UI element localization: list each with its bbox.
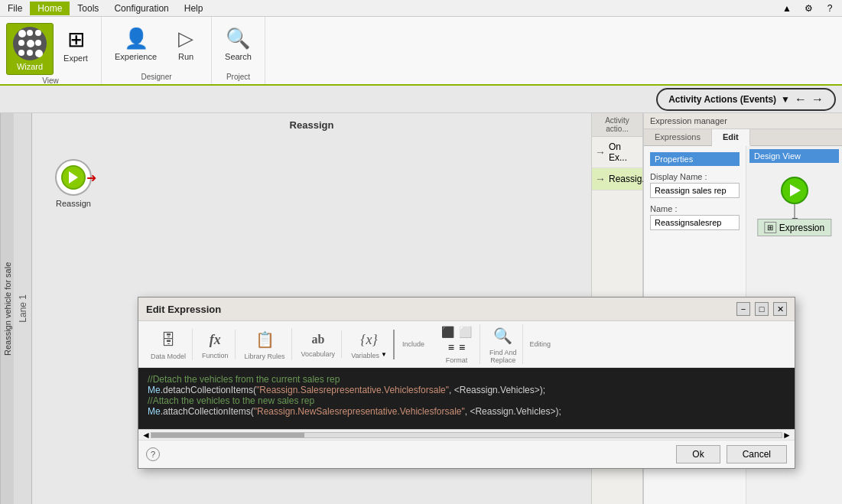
dialog-minimize-btn[interactable]: −	[736, 302, 750, 316]
code-me-2: Me	[148, 406, 161, 417]
editing-label: Editing	[529, 340, 551, 348]
function-btn[interactable]: fx	[206, 330, 225, 350]
format-row1: ⬛ ⬜	[440, 324, 473, 340]
code-line-4: Me.attachCollectionItems("Reassign.NewSa…	[148, 406, 785, 417]
footer-buttons: Ok Cancel	[676, 445, 787, 463]
format-section: ⬛ ⬜ ≡ ≡ Format	[434, 324, 480, 364]
dialog-titlebar: Edit Expression − □ ✕	[138, 298, 795, 321]
function-label: Function	[202, 352, 229, 359]
wizard-icon	[13, 27, 47, 60]
experience-btn[interactable]: 👤 Experience	[108, 23, 164, 65]
comment-1: //Detach the vehicles from the current s…	[148, 374, 340, 385]
code-editor[interactable]: //Detach the vehicles from the current s…	[138, 368, 795, 429]
scroll-right-btn[interactable]: ►	[782, 430, 792, 441]
find-replace-label: Find And Replace	[489, 349, 517, 364]
designer-buttons: 👤 Experience ▷ Run	[108, 20, 205, 71]
expert-icon: ⊞	[67, 27, 85, 52]
format-outdent-btn[interactable]: ⬜	[457, 324, 473, 340]
search-label: Search	[225, 52, 252, 61]
activity-actions-bar: Activity Actions (Events) ▼ ← →	[0, 86, 842, 113]
menu-tools[interactable]: Tools	[70, 2, 106, 15]
search-icon: 🔍	[226, 27, 250, 50]
code-dot-1: .detachCollectionItems(	[161, 385, 256, 395]
scrollbar-thumb[interactable]	[151, 433, 304, 437]
vocabulary-icon: ab	[311, 333, 324, 346]
activity-actions-label: Activity Actions (Events)	[668, 94, 776, 105]
code-line-2: Me.detachCollectionItems("Reassign.Sales…	[148, 385, 785, 395]
code-me-1: Me	[148, 385, 161, 395]
ribbon-group-designer: 👤 Experience ▷ Run Designer	[102, 17, 212, 84]
minimize-btn[interactable]: ▲	[778, 0, 796, 18]
variables-btn[interactable]: {x}	[356, 330, 381, 350]
ribbon-group-project: 🔍 Search Project	[212, 17, 265, 84]
activity-actions-arrow[interactable]: ▼	[781, 94, 790, 105]
find-replace-btn[interactable]: 🔍	[489, 324, 516, 347]
format-right-btn[interactable]: ≡	[457, 340, 467, 355]
dialog-toolbar: 🗄 Data Model fx Function 📋 Library	[138, 321, 795, 368]
find-replace-icon: 🔍	[493, 327, 512, 345]
format-indent-icon: ⬛	[441, 326, 454, 338]
activity-actions-pill[interactable]: Activity Actions (Events) ▼ ← →	[656, 88, 836, 111]
format-indent-btn[interactable]: ⬛	[440, 324, 456, 340]
dialog-title: Edit Expression	[146, 304, 221, 315]
toolbar-section-vocabulary: ab Vocabulary	[295, 330, 343, 358]
format-row2: ≡ ≡	[447, 340, 467, 355]
activity-actions-nav-right[interactable]: →	[811, 93, 824, 106]
code-str-1: "Reassign.Salesrepresentative.Vehiclesfo…	[256, 385, 449, 395]
library-rules-btn[interactable]: 📋	[252, 328, 278, 351]
scroll-left-btn[interactable]: ◄	[141, 430, 151, 441]
expert-label: Expert	[63, 54, 88, 63]
ok-button[interactable]: Ok	[676, 445, 720, 463]
menu-file[interactable]: File	[0, 2, 30, 15]
code-str-2: "Reassign.NewSalesrepresentative.Vehicle…	[254, 406, 465, 417]
menu-configuration[interactable]: Configuration	[106, 2, 176, 15]
cancel-button[interactable]: Cancel	[727, 445, 787, 463]
format-right-icon: ≡	[459, 341, 465, 353]
project-group-label: Project	[226, 71, 250, 81]
scrollbar-track[interactable]	[151, 432, 782, 438]
vocabulary-btn[interactable]: ab	[307, 330, 328, 349]
variables-label: Variables	[351, 352, 379, 359]
activity-actions-nav-left[interactable]: ←	[795, 93, 807, 106]
expert-btn[interactable]: ⊞ Expert	[57, 23, 95, 67]
view-group-label: View	[42, 75, 59, 85]
code-comma-2: , <Reassign.Vehicles>);	[465, 406, 561, 417]
find-replace-section: 🔍 Find And Replace	[483, 324, 524, 364]
experience-icon: 👤	[124, 27, 148, 50]
variables-icon: {x}	[360, 332, 377, 348]
window-controls: ▲ ⚙ ?	[775, 0, 842, 21]
dialog-overlay: Edit Expression − □ ✕ 🗄 Data Model	[0, 113, 842, 504]
ribbon-group-view: Wizard ⊞ Expert View	[0, 17, 102, 84]
dialog-help-btn[interactable]: ?	[146, 447, 160, 461]
experience-label: Experience	[115, 52, 157, 61]
search-btn[interactable]: 🔍 Search	[218, 23, 258, 65]
menu-home[interactable]: Home	[30, 2, 70, 15]
dialog-close-btn[interactable]: ✕	[773, 302, 787, 316]
dialog-controls: − □ ✕	[736, 302, 787, 316]
edit-expression-dialog: Edit Expression − □ ✕ 🗄 Data Model	[138, 297, 795, 469]
wizard-label: Wizard	[17, 62, 43, 71]
toolbar-section-datamodel: 🗄 Data Model	[145, 329, 193, 360]
code-comma-1: , <Reassign.Vehicles>);	[449, 385, 545, 395]
settings-btn[interactable]: ⚙	[799, 0, 818, 18]
format-left-icon: ≡	[448, 341, 454, 353]
code-dot-2: .attachCollectionItems(	[161, 406, 254, 417]
data-model-btn[interactable]: 🗄	[157, 329, 180, 351]
wizard-btn[interactable]: Wizard	[6, 23, 54, 75]
function-icon: fx	[210, 332, 221, 348]
toolbar-section-function: fx Function	[196, 330, 236, 359]
comment-2: //Attach the vehicles to the new sales r…	[148, 395, 314, 406]
format-outdent-icon: ⬜	[459, 326, 472, 338]
help-btn[interactable]: ?	[821, 0, 839, 18]
dialog-scrollbar[interactable]: ◄ ►	[138, 429, 795, 440]
variables-dropdown-icon[interactable]: ▼	[381, 351, 387, 358]
menu-bar: File Home Tools Configuration Help ▲ ⚙ ?	[0, 0, 842, 17]
run-btn[interactable]: ▷ Run	[167, 23, 205, 65]
dialog-maximize-btn[interactable]: □	[755, 302, 769, 316]
format-left-btn[interactable]: ≡	[447, 340, 456, 355]
data-model-label: Data Model	[151, 353, 186, 360]
toolbar-section-library: 📋 Library Rules	[239, 328, 292, 360]
menu-help[interactable]: Help	[177, 2, 211, 15]
code-line-1: //Detach the vehicles from the current s…	[148, 374, 785, 385]
run-icon: ▷	[178, 27, 193, 50]
